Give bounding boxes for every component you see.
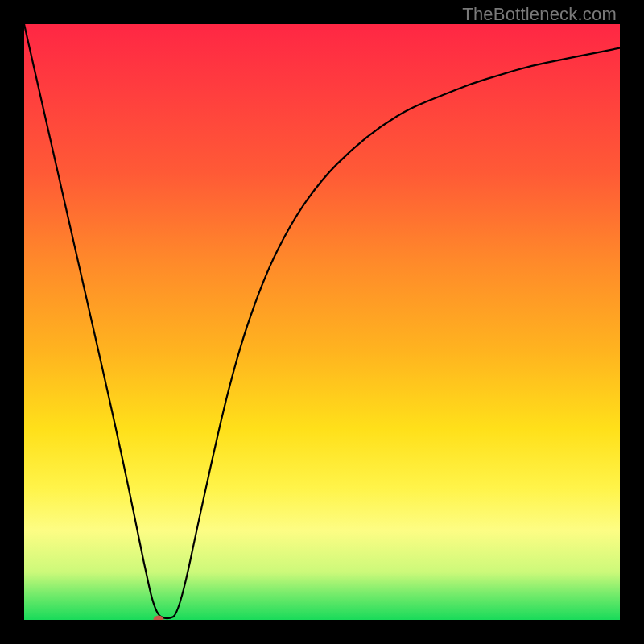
- chart-frame: TheBottleneck.com: [0, 0, 644, 644]
- sweet-spot-marker-icon: [153, 616, 163, 621]
- plot-area: [24, 24, 620, 620]
- watermark-text: TheBottleneck.com: [462, 4, 617, 25]
- bottleneck-curve: [24, 24, 620, 620]
